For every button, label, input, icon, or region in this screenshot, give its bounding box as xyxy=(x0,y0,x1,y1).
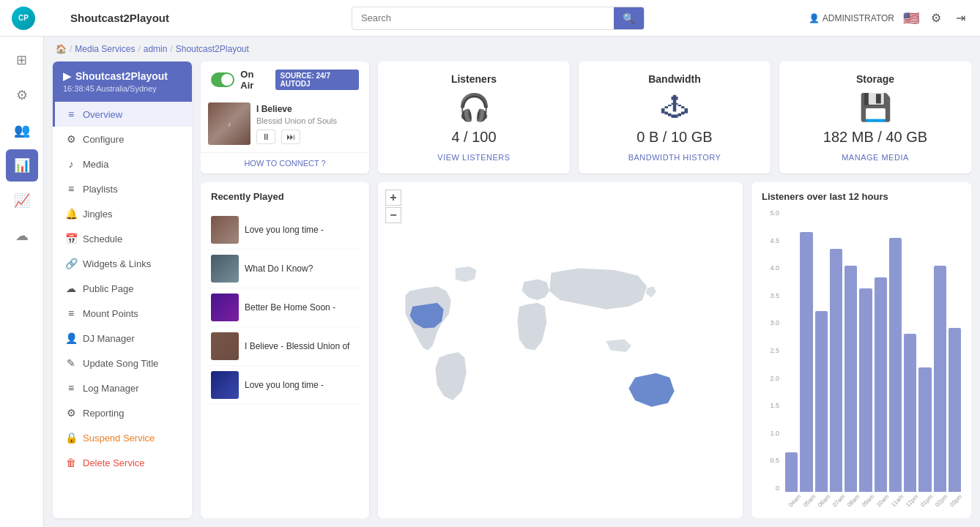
main-area: 🏠 / Media Services / admin / Shoutcast2P… xyxy=(44,37,980,527)
breadcrumb-home-icon[interactable]: 🏠 xyxy=(56,44,67,54)
pause-button[interactable]: ⏸ xyxy=(256,130,275,144)
chart-bar xyxy=(830,249,842,492)
track-item[interactable]: Love you long time - xyxy=(208,366,362,405)
onair-toggle[interactable] xyxy=(211,72,234,87)
track-thumb-2 xyxy=(211,255,239,283)
track-item[interactable]: Love you long time - xyxy=(208,211,362,250)
track-name-4: I Believe - Blessid Union of xyxy=(245,341,359,351)
sidebar-icon-dashboard[interactable]: ⊞ xyxy=(6,44,38,76)
nav-reporting[interactable]: ⚙ Reporting xyxy=(53,400,192,425)
y-label: 0 xyxy=(762,485,779,492)
search-input[interactable] xyxy=(352,8,614,28)
song-title: I Believe xyxy=(256,104,362,114)
x-label: 06am xyxy=(817,493,832,508)
chart-bar xyxy=(889,238,902,492)
zoom-in-button[interactable]: + xyxy=(385,190,401,206)
track-name-5: Love you long time - xyxy=(245,380,359,390)
chart-bar xyxy=(800,232,812,492)
listeners-chart-card: Listeners over last 12 hours 5.04.54.03.… xyxy=(751,182,971,518)
chart-bar xyxy=(875,277,887,492)
nav-schedule[interactable]: 📅 Schedule xyxy=(53,226,192,251)
nav-overview[interactable]: ≡ Overview xyxy=(53,102,192,127)
search-button[interactable]: 🔍 xyxy=(614,7,644,29)
manage-media-link[interactable]: MANAGE MEDIA xyxy=(842,153,909,162)
skip-button[interactable]: ⏭ xyxy=(281,130,300,144)
storage-title: Storage xyxy=(856,73,894,85)
bandwidth-title: Bandwidth xyxy=(648,73,701,85)
nav-schedule-label: Schedule xyxy=(83,233,122,244)
nav-jingles[interactable]: 🔔 Jingles xyxy=(53,201,192,226)
storage-icon: 💾 xyxy=(859,92,892,123)
sidebar-icon-stats[interactable]: 📊 xyxy=(6,149,38,182)
y-label: 4.5 xyxy=(762,237,779,244)
nav-dj-manager[interactable]: 👤 DJ Manager xyxy=(53,326,192,351)
x-label: 11am xyxy=(890,493,905,508)
flag-icon: 🇺🇸 xyxy=(903,10,919,26)
bandwidth-history-link[interactable]: BANDWIDTH HISTORY xyxy=(628,153,721,162)
track-item[interactable]: Better Be Home Soon - xyxy=(208,288,362,327)
onair-label: On Air xyxy=(240,69,266,91)
nav-suspend-label: Suspend Service xyxy=(83,433,155,444)
chart-y-labels: 5.04.54.03.53.02.52.01.51.00.50 xyxy=(762,209,782,492)
y-label: 4.0 xyxy=(762,264,779,272)
x-label: 10am xyxy=(875,493,891,508)
nav-update-song[interactable]: ✎ Update Song Title xyxy=(53,351,192,375)
nav-delete[interactable]: 🗑 Delete Service xyxy=(53,450,192,475)
sidebar-icon-reports[interactable]: 📈 xyxy=(6,184,38,217)
page-title: Shoutcast2Playout xyxy=(70,12,188,24)
bandwidth-card: Bandwidth 🕹 0 B / 10 GB BANDWIDTH HISTOR… xyxy=(579,61,771,173)
nav-suspend[interactable]: 🔒 Suspend Service xyxy=(53,425,192,450)
nav-log-label: Log Manager xyxy=(83,383,139,394)
listeners-card: Listeners 🎧 4 / 100 VIEW LISTENERS xyxy=(378,61,570,173)
logo-icon: CP xyxy=(12,7,35,30)
storage-card: Storage 💾 182 MB / 40 GB MANAGE MEDIA xyxy=(779,61,971,173)
y-label: 5.0 xyxy=(762,209,779,217)
breadcrumb-admin[interactable]: admin xyxy=(144,44,168,54)
nav-configure[interactable]: ⚙ Configure xyxy=(53,127,192,152)
nav-log-manager[interactable]: ≡ Log Manager xyxy=(53,375,192,400)
how-to-connect[interactable]: HOW TO CONNECT ? xyxy=(201,152,369,173)
content-area: ▶ Shoutcast2Playout 16:38:45 Australia/S… xyxy=(44,61,980,527)
track-thumb-5 xyxy=(211,371,239,399)
chart-bar xyxy=(844,266,857,492)
nav-media[interactable]: ♪ Media xyxy=(53,152,192,176)
track-name-1: Love you long time - xyxy=(245,225,359,235)
sidebar-icon-cloud[interactable]: ☁ xyxy=(6,220,38,252)
settings-button[interactable]: ⚙ xyxy=(928,8,944,28)
chart-bar xyxy=(904,334,916,492)
bandwidth-icon: 🕹 xyxy=(661,92,688,123)
nav-media-label: Media xyxy=(83,159,108,170)
nav-playlists[interactable]: ≡ Playlists xyxy=(53,176,192,201)
icon-sidebar: ⊞ ⚙ 👥 📊 📈 ☁ xyxy=(0,37,44,527)
map-zoom-controls: + − xyxy=(385,190,401,223)
track-item[interactable]: What Do I Know? xyxy=(208,250,362,288)
sidebar-icon-users[interactable]: 👥 xyxy=(6,114,38,146)
album-art-inner: ♪ xyxy=(208,102,250,145)
x-label: 07am xyxy=(831,493,847,508)
track-thumb-4 xyxy=(211,332,239,360)
nav-jingles-icon: 🔔 xyxy=(65,208,77,220)
logout-button[interactable]: ⇥ xyxy=(953,8,968,28)
y-label: 1.0 xyxy=(762,430,779,437)
now-playing: ♪ I Believe Blessid Union of Souls ⏸ ⏭ xyxy=(201,98,369,152)
map-card: + − xyxy=(378,182,743,518)
sidebar-icon-settings[interactable]: ⚙ xyxy=(6,79,38,111)
breadcrumb-media-services[interactable]: Media Services xyxy=(75,44,135,54)
nav-mount-points[interactable]: ≡ Mount Points xyxy=(53,301,192,326)
track-thumb-1 xyxy=(211,216,239,244)
nav-public-page[interactable]: ☁ Public Page xyxy=(53,276,192,301)
view-listeners-link[interactable]: VIEW LISTENERS xyxy=(437,153,510,162)
chart-bars xyxy=(785,209,961,492)
zoom-out-button[interactable]: − xyxy=(385,207,401,223)
nav-dj-label: DJ Manager xyxy=(83,333,135,344)
nav-reporting-icon: ⚙ xyxy=(65,407,77,419)
track-item[interactable]: I Believe - Blessid Union of xyxy=(208,327,362,366)
bottom-cards: Recently Played Love you long time - Wha… xyxy=(201,182,971,518)
service-time: 16:38:45 Australia/Sydney xyxy=(63,84,182,93)
track-name-3: Better Be Home Soon - xyxy=(245,302,359,313)
nav-configure-label: Configure xyxy=(83,134,124,145)
storage-value: 182 MB / 40 GB xyxy=(823,129,927,146)
listeners-icon: 🎧 xyxy=(458,92,491,123)
chart-bar xyxy=(949,328,961,492)
nav-widgets[interactable]: 🔗 Widgets & Links xyxy=(53,251,192,276)
